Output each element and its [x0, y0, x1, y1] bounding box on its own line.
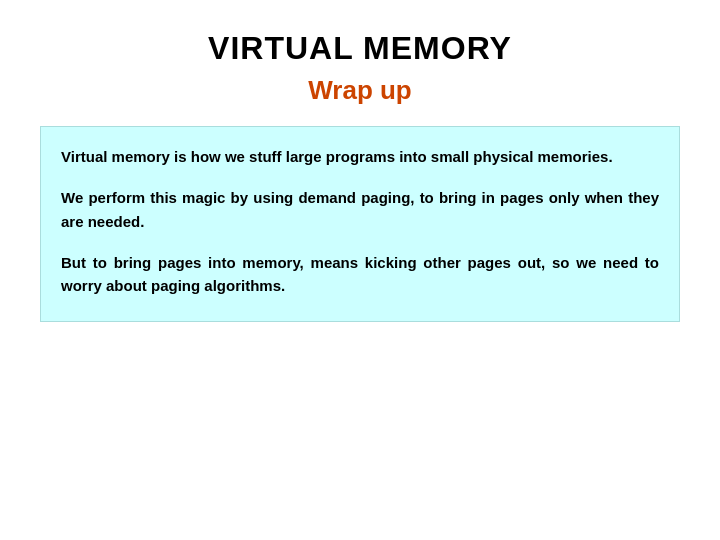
content-box: Virtual memory is how we stuff large pro…	[40, 126, 680, 322]
paragraph-2: We perform this magic by using demand pa…	[61, 186, 659, 233]
paragraph-3: But to bring pages into memory, means ki…	[61, 251, 659, 298]
paragraph-1: Virtual memory is how we stuff large pro…	[61, 145, 659, 168]
page-subtitle: Wrap up	[308, 75, 412, 106]
page-title: VIRTUAL MEMORY	[208, 30, 512, 67]
